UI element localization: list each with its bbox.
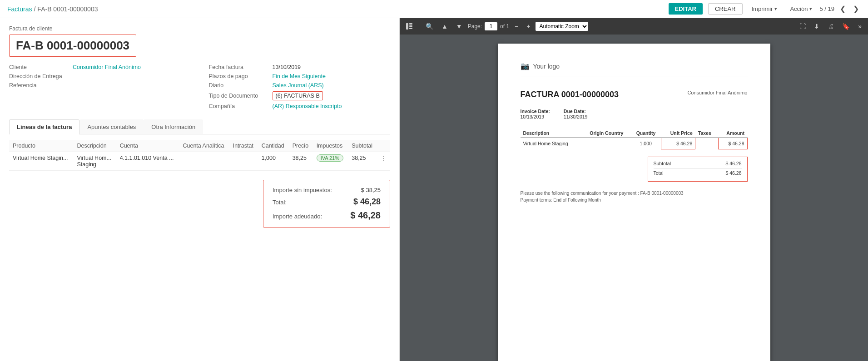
- pdf-line-amount: $ 46.28: [718, 138, 747, 149]
- breadcrumb-separator: /: [34, 5, 35, 13]
- pdf-download-button[interactable]: ⬇: [811, 21, 822, 31]
- pdf-invoice-date-label: Invoice Date:: [521, 109, 550, 114]
- form-row-fecha: Fecha factura 13/10/2019: [209, 64, 391, 70]
- pdf-totals: Subtotal $ 46.28 Total $ 46.28: [648, 157, 748, 182]
- top-nav: Facturas / FA-B 0001-00000003 EDITAR CRE…: [0, 0, 868, 18]
- pdf-page-input[interactable]: [485, 22, 497, 30]
- tipo-doc-label: Tipo de Documento: [209, 93, 273, 99]
- breadcrumb-parent[interactable]: Facturas: [7, 5, 32, 13]
- pdf-col-unit-price: Unit Price: [661, 129, 695, 138]
- svg-rect-3: [409, 28, 412, 29]
- pdf-line-origin: [582, 138, 630, 149]
- pdf-subtotal-row: Subtotal $ 46.28: [654, 161, 742, 166]
- sin-impuestos-value: $ 38,25: [361, 187, 381, 193]
- col-producto: Producto: [9, 140, 73, 152]
- compania-value[interactable]: (AR) Responsable Inscripto: [273, 103, 342, 109]
- pdf-bookmark-button[interactable]: 🔖: [839, 21, 853, 31]
- form-row-direccion: Dirección de Entrega: [9, 73, 191, 79]
- pdf-search-button[interactable]: 🔍: [423, 21, 436, 31]
- pdf-line-unit-price: $ 46.28: [661, 138, 695, 149]
- next-record-button[interactable]: ❯: [851, 4, 861, 14]
- pdf-due-date-value: 11/30/2019: [564, 114, 588, 119]
- prev-record-button[interactable]: ❮: [838, 4, 848, 14]
- pdf-page-total: of 1: [500, 23, 509, 30]
- pdf-more-button[interactable]: »: [855, 21, 864, 31]
- pdf-sep-1: [419, 22, 419, 31]
- plazos-value[interactable]: Fin de Mes Siguiente: [273, 73, 326, 79]
- pdf-invoice-section: FACTURA 0001-00000003 Consumidor Final A…: [521, 90, 748, 99]
- tab-lineas[interactable]: Líneas de la factura: [9, 119, 79, 134]
- tab-otra-info[interactable]: Otra Información: [144, 119, 203, 134]
- pdf-sidebar-toggle[interactable]: [403, 22, 415, 31]
- pdf-col-origin: Origin Country: [582, 129, 630, 138]
- sin-impuestos-label: Importe sin impuestos:: [273, 187, 332, 193]
- pdf-total-value: $ 46.28: [725, 170, 741, 176]
- table-row[interactable]: Virtual Home Stagin... Virtual Hom...Sta…: [9, 152, 390, 171]
- pdf-payment-note: Please use the following communication f…: [521, 191, 748, 196]
- form-row-cliente: Cliente Consumidor Final Anónimo: [9, 64, 191, 70]
- breadcrumb-current: FA-B 0001-00000003: [37, 5, 98, 13]
- pdf-col-amount: Amount: [718, 129, 747, 138]
- diario-value[interactable]: Sales Journal (ARS): [273, 82, 324, 89]
- pdf-zoom-select[interactable]: Automatic Zoom: [536, 22, 588, 31]
- pdf-subtotal-label: Subtotal: [654, 161, 671, 166]
- pdf-fullscreen-button[interactable]: ⛶: [797, 21, 808, 31]
- cell-cuenta-analitica: [179, 152, 229, 171]
- form-col-right: Fecha factura 13/10/2019 Plazos de pago …: [209, 64, 391, 112]
- form-row-plazos: Plazos de pago Fin de Mes Siguiente: [209, 73, 391, 79]
- pdf-logo-icon: 📷: [521, 62, 530, 70]
- cell-descripcion: Virtual Hom...Staging: [73, 152, 116, 171]
- svg-rect-0: [406, 23, 408, 30]
- create-button[interactable]: CREAR: [708, 3, 743, 15]
- cell-subtotal: 38,25: [348, 152, 377, 171]
- invoice-table: Producto Descripción Cuenta Cuenta Analí…: [9, 140, 390, 171]
- pdf-invoice-date-item: Invoice Date: 10/13/2019: [521, 109, 550, 119]
- svg-rect-1: [409, 23, 412, 25]
- cell-cuenta: 4.1.1.01.010 Venta ...: [116, 152, 179, 171]
- tabs-bar: Líneas de la factura Apuntes contables O…: [9, 119, 390, 134]
- pdf-print-button[interactable]: 🖨: [825, 21, 837, 31]
- right-panel: 🔍 ▲ ▼ Page: of 1 − + Automatic Zoom ⛶ ⬇ …: [400, 18, 868, 361]
- pdf-due-date-label: Due Date:: [564, 109, 588, 114]
- fecha-value: 13/10/2019: [273, 64, 301, 70]
- iva-badge: IVA 21%: [317, 154, 343, 162]
- pdf-total-label: Total: [654, 170, 664, 176]
- compania-label: Compañía: [209, 103, 273, 109]
- col-cuenta: Cuenta: [116, 140, 179, 152]
- breadcrumb: Facturas / FA-B 0001-00000003: [7, 5, 665, 13]
- tab-apuntes[interactable]: Apuntes contables: [79, 119, 144, 134]
- col-precio: Precio: [289, 140, 313, 152]
- pdf-line-taxes: [695, 138, 719, 149]
- pdf-page-down-button[interactable]: ▼: [453, 21, 465, 31]
- form-col-left: Cliente Consumidor Final Anónimo Direcci…: [9, 64, 191, 112]
- pdf-invoice-title: FACTURA 0001-00000003: [521, 90, 619, 99]
- pdf-page-up-button[interactable]: ▲: [439, 21, 451, 31]
- pdf-zoom-out-button[interactable]: −: [512, 21, 521, 31]
- action-button[interactable]: Acción: [786, 4, 816, 14]
- main-content: Factura de cliente FA-B 0001-00000003 Cl…: [0, 18, 868, 361]
- nav-center: EDITAR CREAR Imprimir Acción: [669, 3, 816, 15]
- pdf-client-name: Consumidor Final Anónimo: [687, 90, 747, 99]
- cell-intrastat: [229, 152, 258, 171]
- direccion-label: Dirección de Entrega: [9, 73, 73, 79]
- svg-rect-2: [409, 25, 412, 27]
- print-button[interactable]: Imprimir: [748, 4, 781, 14]
- pdf-totals-wrapper: Subtotal $ 46.28 Total $ 46.28: [521, 157, 748, 182]
- pdf-line-qty: 1.000: [630, 138, 661, 149]
- cell-cantidad: 1,000: [258, 152, 289, 171]
- cell-row-options: ⋮: [377, 152, 390, 171]
- pdf-page-label: Page:: [468, 23, 482, 30]
- pdf-zoom-in-button[interactable]: +: [524, 21, 533, 31]
- edit-button[interactable]: EDITAR: [669, 3, 703, 15]
- cell-impuestos: IVA 21%: [313, 152, 348, 171]
- adeudado-label: Importe adeudado:: [273, 213, 322, 220]
- cliente-value[interactable]: Consumidor Final Anónimo: [73, 64, 141, 70]
- left-panel: Factura de cliente FA-B 0001-00000003 Cl…: [0, 18, 400, 361]
- form-header-label: Factura de cliente: [9, 25, 390, 32]
- pdf-col-description: Description: [521, 129, 583, 138]
- col-options: [377, 140, 390, 152]
- referencia-label: Referencia: [9, 82, 73, 89]
- pdf-items-table: Description Origin Country Quantity Unit…: [521, 129, 748, 149]
- col-intrastat: Intrastat: [229, 140, 258, 152]
- totals-row-sin-impuestos: Importe sin impuestos: $ 38,25: [273, 187, 381, 193]
